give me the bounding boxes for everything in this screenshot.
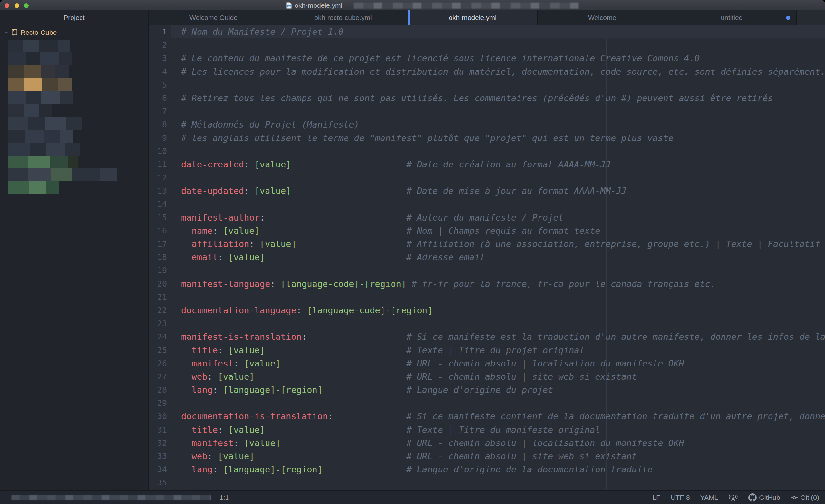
code-line-5[interactable]: 5 bbox=[150, 78, 825, 91]
redacted-tree-item[interactable] bbox=[8, 130, 148, 143]
redacted-tree-item[interactable] bbox=[8, 104, 148, 117]
zoom-window-button[interactable] bbox=[24, 3, 29, 8]
line-number[interactable]: 8 bbox=[150, 118, 171, 131]
line-number[interactable]: 18 bbox=[150, 251, 171, 264]
titlebar[interactable]: okh-modele.yml — bbox=[0, 0, 825, 10]
tab-okh-modele-yml[interactable]: okh-modele.yml bbox=[408, 10, 537, 25]
code-line-6[interactable]: 6# Retirez tous les champs qui ne sont p… bbox=[150, 91, 825, 105]
line-number[interactable]: 30 bbox=[150, 410, 171, 423]
line-number[interactable]: 28 bbox=[150, 383, 171, 397]
chevron-down-icon[interactable] bbox=[4, 30, 8, 35]
redacted-tree-item[interactable] bbox=[8, 181, 148, 194]
teletype-button[interactable] bbox=[728, 493, 738, 502]
line-number[interactable]: 27 bbox=[150, 370, 171, 383]
code-line-18[interactable]: 18 email: [value] # Adresse email bbox=[150, 251, 825, 264]
code-line-1[interactable]: 1# Nom du Manifeste / Projet 1.0 bbox=[150, 25, 825, 38]
redacted-tree-item[interactable] bbox=[8, 53, 148, 65]
code-line-24[interactable]: 24manifest-is-translation: # Si ce manif… bbox=[150, 330, 825, 343]
line-number[interactable]: 2 bbox=[150, 38, 171, 52]
redacted-tree-item[interactable] bbox=[8, 168, 148, 181]
code-line-17[interactable]: 17 affiliation: [value] # Affiliation (à… bbox=[150, 237, 825, 251]
file-path-redacted[interactable] bbox=[11, 495, 211, 500]
code-line-9[interactable]: 9# les anglais utilisent le terme de "ma… bbox=[150, 132, 825, 145]
line-number[interactable]: 17 bbox=[150, 237, 171, 251]
code-line-19[interactable]: 19 bbox=[150, 264, 825, 277]
cursor-position-indicator[interactable]: 1:1 bbox=[219, 494, 229, 501]
code-line-8[interactable]: 8# Métadonnés du Projet (Manifeste) bbox=[150, 118, 825, 131]
line-number[interactable]: 9 bbox=[150, 132, 171, 145]
redacted-tree-item[interactable] bbox=[8, 117, 148, 130]
redacted-tree-item[interactable] bbox=[8, 39, 148, 53]
code-line-20[interactable]: 20manifest-language: [language-code]-[re… bbox=[150, 277, 825, 290]
line-number[interactable]: 35 bbox=[150, 476, 171, 489]
code-line-3[interactable]: 3# Le contenu du manifeste de ce projet … bbox=[150, 52, 825, 65]
code-line-12[interactable]: 12 bbox=[150, 171, 825, 184]
line-number[interactable]: 16 bbox=[150, 224, 171, 237]
line-number[interactable]: 15 bbox=[150, 211, 171, 224]
code-line-30[interactable]: 30documentation-is-translation: # Si ce … bbox=[150, 410, 825, 423]
code-line-4[interactable]: 4# Les licences pour la modification et … bbox=[150, 65, 825, 78]
line-number[interactable]: 25 bbox=[150, 344, 171, 357]
tree-view-panel[interactable]: Recto-Cube bbox=[0, 25, 149, 491]
redacted-tree-item[interactable] bbox=[8, 143, 148, 156]
line-number[interactable]: 24 bbox=[150, 330, 171, 343]
line-number[interactable]: 11 bbox=[150, 158, 171, 171]
minimize-window-button[interactable] bbox=[14, 3, 19, 8]
code-line-25[interactable]: 25 title: [value] # Texte | Titre du pro… bbox=[150, 344, 825, 357]
code-line-10[interactable]: 10 bbox=[150, 145, 825, 158]
code-line-2[interactable]: 2 bbox=[150, 38, 825, 52]
close-window-button[interactable] bbox=[4, 3, 9, 8]
line-number[interactable]: 29 bbox=[150, 397, 171, 410]
code-line-35[interactable]: 35 bbox=[150, 476, 825, 489]
tree-view-dock-tab[interactable]: Project bbox=[0, 10, 149, 25]
redacted-tree-item[interactable] bbox=[8, 78, 148, 91]
line-number[interactable]: 23 bbox=[150, 317, 171, 330]
code-line-13[interactable]: 13date-updated: [value] # Date de mise à… bbox=[150, 184, 825, 197]
code-line-11[interactable]: 11date-created: [value] # Date de créati… bbox=[150, 158, 825, 171]
line-number[interactable]: 22 bbox=[150, 304, 171, 317]
tab-welcome-guide[interactable]: Welcome Guide bbox=[149, 10, 279, 25]
line-number[interactable]: 13 bbox=[150, 184, 171, 197]
line-number[interactable]: 6 bbox=[150, 91, 171, 105]
code-line-29[interactable]: 29 bbox=[150, 397, 825, 410]
line-ending-indicator[interactable]: LF bbox=[653, 494, 661, 501]
line-number[interactable]: 14 bbox=[150, 197, 171, 211]
code-line-26[interactable]: 26 manifest: [value] # URL - chemin abso… bbox=[150, 357, 825, 370]
redacted-tree-item[interactable] bbox=[8, 65, 148, 78]
code-line-7[interactable]: 7 bbox=[150, 105, 825, 118]
redacted-tree-item[interactable] bbox=[8, 156, 148, 168]
github-button[interactable]: GitHub bbox=[748, 493, 780, 502]
tab-untitled[interactable]: untitled bbox=[667, 10, 797, 25]
code-line-33[interactable]: 33 web: [value] # URL - chemin absolu | … bbox=[150, 449, 825, 463]
code-line-31[interactable]: 31 title: [value] # Texte | Titre du man… bbox=[150, 423, 825, 436]
line-number[interactable]: 26 bbox=[150, 357, 171, 370]
line-number[interactable]: 7 bbox=[150, 105, 171, 118]
line-number[interactable]: 34 bbox=[150, 463, 171, 476]
line-number[interactable]: 10 bbox=[150, 145, 171, 158]
code-line-32[interactable]: 32 manifest: [value] # URL - chemin abso… bbox=[150, 436, 825, 449]
code-line-16[interactable]: 16 name: [value] # Nom | Champs requis a… bbox=[150, 224, 825, 237]
line-number[interactable]: 4 bbox=[150, 65, 171, 78]
code-line-34[interactable]: 34 lang: [language]-[region] # Langue d'… bbox=[150, 463, 825, 476]
line-number[interactable]: 12 bbox=[150, 171, 171, 184]
tab-okh-recto-cube-yml[interactable]: okh-recto-cube.yml bbox=[279, 10, 408, 25]
code-line-15[interactable]: 15manifest-author: # Auteur du manifeste… bbox=[150, 211, 825, 224]
line-number[interactable]: 20 bbox=[150, 277, 171, 290]
code-line-23[interactable]: 23 bbox=[150, 317, 825, 330]
line-number[interactable]: 1 bbox=[150, 25, 171, 38]
line-number[interactable]: 31 bbox=[150, 423, 171, 436]
document-proxy-icon[interactable] bbox=[286, 2, 292, 9]
line-number[interactable]: 3 bbox=[150, 52, 171, 65]
line-number[interactable]: 21 bbox=[150, 290, 171, 304]
code-line-22[interactable]: 22documentation-language: [language-code… bbox=[150, 304, 825, 317]
line-number[interactable]: 33 bbox=[150, 449, 171, 463]
code-line-14[interactable]: 14 bbox=[150, 197, 825, 211]
text-editor[interactable]: 1# Nom du Manifeste / Projet 1.023# Le c… bbox=[150, 25, 825, 491]
tab-welcome[interactable]: Welcome bbox=[537, 10, 667, 25]
encoding-indicator[interactable]: UTF-8 bbox=[671, 494, 690, 501]
code-line-27[interactable]: 27 web: [value] # URL - chemin absolu | … bbox=[150, 370, 825, 383]
code-line-28[interactable]: 28 lang: [language]-[region] # Langue d'… bbox=[150, 383, 825, 397]
grammar-indicator[interactable]: YAML bbox=[700, 494, 718, 501]
line-number[interactable]: 5 bbox=[150, 78, 171, 91]
line-number[interactable]: 32 bbox=[150, 436, 171, 449]
